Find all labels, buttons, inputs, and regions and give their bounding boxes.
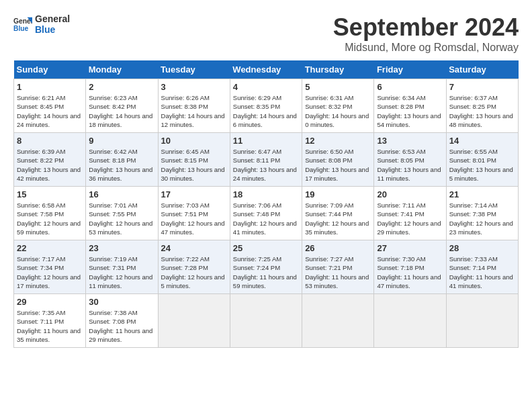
day-number: 14	[449, 136, 515, 146]
day-info: Sunrise: 7:25 AM Sunset: 7:24 PM Dayligh…	[233, 255, 299, 290]
calendar-week-2: 8 Sunrise: 6:39 AM Sunset: 8:22 PM Dayli…	[14, 133, 519, 187]
logo-text-general: General	[35, 13, 70, 24]
calendar-cell: 26 Sunrise: 7:27 AM Sunset: 7:21 PM Dayl…	[302, 240, 374, 294]
day-info: Sunrise: 7:14 AM Sunset: 7:38 PM Dayligh…	[449, 201, 515, 236]
calendar-cell: 25 Sunrise: 7:25 AM Sunset: 7:24 PM Dayl…	[230, 240, 302, 294]
calendar-cell	[374, 294, 446, 348]
day-number: 12	[305, 136, 371, 146]
calendar-table: Sunday Monday Tuesday Wednesday Thursday…	[13, 60, 519, 348]
day-number: 7	[449, 82, 515, 92]
day-number: 11	[233, 136, 299, 146]
day-info: Sunrise: 7:03 AM Sunset: 7:51 PM Dayligh…	[161, 201, 227, 236]
calendar-cell: 18 Sunrise: 7:06 AM Sunset: 7:48 PM Dayl…	[230, 187, 302, 240]
day-number: 25	[233, 243, 299, 253]
day-number: 4	[233, 82, 299, 92]
day-info: Sunrise: 6:42 AM Sunset: 8:18 PM Dayligh…	[89, 147, 154, 183]
day-number: 24	[161, 243, 227, 253]
day-info: Sunrise: 7:01 AM Sunset: 7:55 PM Dayligh…	[89, 201, 154, 236]
calendar-cell: 21 Sunrise: 7:14 AM Sunset: 7:38 PM Dayl…	[446, 187, 518, 240]
day-info: Sunrise: 7:30 AM Sunset: 7:18 PM Dayligh…	[377, 255, 443, 290]
day-info: Sunrise: 6:50 AM Sunset: 8:08 PM Dayligh…	[305, 147, 371, 183]
col-sunday: Sunday	[14, 60, 86, 79]
calendar-cell: 30 Sunrise: 7:38 AM Sunset: 7:08 PM Dayl…	[86, 294, 158, 348]
calendar-cell: 17 Sunrise: 7:03 AM Sunset: 7:51 PM Dayl…	[158, 187, 230, 240]
day-number: 21	[449, 189, 515, 199]
day-info: Sunrise: 6:55 AM Sunset: 8:01 PM Dayligh…	[449, 147, 515, 183]
day-number: 6	[377, 82, 443, 92]
calendar-cell: 3 Sunrise: 6:26 AM Sunset: 8:38 PM Dayli…	[158, 79, 230, 133]
header-row: Sunday Monday Tuesday Wednesday Thursday…	[14, 60, 519, 79]
calendar-cell: 12 Sunrise: 6:50 AM Sunset: 8:08 PM Dayl…	[302, 133, 374, 187]
day-number: 28	[449, 243, 515, 253]
day-number: 15	[17, 189, 83, 199]
logo: General Blue General Blue	[13, 13, 70, 35]
calendar-week-5: 29 Sunrise: 7:35 AM Sunset: 7:11 PM Dayl…	[14, 294, 519, 348]
day-number: 10	[161, 136, 227, 146]
calendar-cell: 27 Sunrise: 7:30 AM Sunset: 7:18 PM Dayl…	[374, 240, 446, 294]
day-info: Sunrise: 7:27 AM Sunset: 7:21 PM Dayligh…	[305, 255, 371, 290]
calendar-cell: 4 Sunrise: 6:29 AM Sunset: 8:35 PM Dayli…	[230, 79, 302, 133]
day-info: Sunrise: 7:19 AM Sunset: 7:31 PM Dayligh…	[89, 255, 154, 290]
calendar-cell	[302, 294, 374, 348]
day-info: Sunrise: 6:39 AM Sunset: 8:22 PM Dayligh…	[17, 147, 83, 183]
col-monday: Monday	[86, 60, 158, 79]
day-info: Sunrise: 7:17 AM Sunset: 7:34 PM Dayligh…	[17, 255, 83, 290]
day-number: 27	[377, 243, 443, 253]
calendar-cell: 15 Sunrise: 6:58 AM Sunset: 7:58 PM Dayl…	[14, 187, 86, 240]
day-info: Sunrise: 6:58 AM Sunset: 7:58 PM Dayligh…	[17, 201, 83, 236]
calendar-cell: 1 Sunrise: 6:21 AM Sunset: 8:45 PM Dayli…	[14, 79, 86, 133]
day-number: 9	[89, 136, 154, 146]
logo-text-blue: Blue	[35, 24, 70, 35]
calendar-cell: 2 Sunrise: 6:23 AM Sunset: 8:42 PM Dayli…	[86, 79, 158, 133]
title-area: September 2024 Midsund, More og Romsdal,…	[333, 13, 519, 54]
day-info: Sunrise: 6:21 AM Sunset: 8:45 PM Dayligh…	[17, 93, 83, 129]
day-number: 18	[233, 189, 299, 199]
day-info: Sunrise: 6:34 AM Sunset: 8:28 PM Dayligh…	[377, 93, 443, 129]
calendar-cell: 23 Sunrise: 7:19 AM Sunset: 7:31 PM Dayl…	[86, 240, 158, 294]
day-info: Sunrise: 6:47 AM Sunset: 8:11 PM Dayligh…	[233, 147, 299, 183]
day-info: Sunrise: 6:37 AM Sunset: 8:25 PM Dayligh…	[449, 93, 515, 129]
calendar-cell: 7 Sunrise: 6:37 AM Sunset: 8:25 PM Dayli…	[446, 79, 518, 133]
col-wednesday: Wednesday	[230, 60, 302, 79]
day-info: Sunrise: 7:06 AM Sunset: 7:48 PM Dayligh…	[233, 201, 299, 236]
calendar-cell: 9 Sunrise: 6:42 AM Sunset: 8:18 PM Dayli…	[86, 133, 158, 187]
day-info: Sunrise: 6:29 AM Sunset: 8:35 PM Dayligh…	[233, 93, 299, 129]
day-info: Sunrise: 7:35 AM Sunset: 7:11 PM Dayligh…	[17, 308, 83, 344]
day-number: 22	[17, 243, 83, 253]
calendar-cell: 16 Sunrise: 7:01 AM Sunset: 7:55 PM Dayl…	[86, 187, 158, 240]
col-saturday: Saturday	[446, 60, 518, 79]
calendar-cell: 20 Sunrise: 7:11 AM Sunset: 7:41 PM Dayl…	[374, 187, 446, 240]
calendar-week-4: 22 Sunrise: 7:17 AM Sunset: 7:34 PM Dayl…	[14, 240, 519, 294]
calendar-cell: 24 Sunrise: 7:22 AM Sunset: 7:28 PM Dayl…	[158, 240, 230, 294]
day-number: 20	[377, 189, 443, 199]
location-title: Midsund, More og Romsdal, Norway	[333, 42, 519, 54]
day-number: 30	[89, 297, 154, 307]
day-number: 13	[377, 136, 443, 146]
svg-text:Blue: Blue	[13, 25, 29, 32]
calendar-cell: 11 Sunrise: 6:47 AM Sunset: 8:11 PM Dayl…	[230, 133, 302, 187]
day-info: Sunrise: 7:22 AM Sunset: 7:28 PM Dayligh…	[161, 255, 227, 290]
col-thursday: Thursday	[302, 60, 374, 79]
day-number: 3	[161, 82, 227, 92]
calendar-cell: 28 Sunrise: 7:33 AM Sunset: 7:14 PM Dayl…	[446, 240, 518, 294]
calendar-cell	[158, 294, 230, 348]
calendar-cell: 8 Sunrise: 6:39 AM Sunset: 8:22 PM Dayli…	[14, 133, 86, 187]
day-number: 26	[305, 243, 371, 253]
calendar-cell	[446, 294, 518, 348]
day-info: Sunrise: 6:45 AM Sunset: 8:15 PM Dayligh…	[161, 147, 227, 183]
day-number: 2	[89, 82, 154, 92]
month-title: September 2024	[333, 13, 519, 42]
day-number: 5	[305, 82, 371, 92]
day-info: Sunrise: 6:23 AM Sunset: 8:42 PM Dayligh…	[89, 93, 154, 129]
calendar-cell: 6 Sunrise: 6:34 AM Sunset: 8:28 PM Dayli…	[374, 79, 446, 133]
calendar-week-1: 1 Sunrise: 6:21 AM Sunset: 8:45 PM Dayli…	[14, 79, 519, 133]
calendar-cell	[230, 294, 302, 348]
day-info: Sunrise: 7:38 AM Sunset: 7:08 PM Dayligh…	[89, 308, 154, 344]
day-info: Sunrise: 7:11 AM Sunset: 7:41 PM Dayligh…	[377, 201, 443, 236]
calendar-cell: 13 Sunrise: 6:53 AM Sunset: 8:05 PM Dayl…	[374, 133, 446, 187]
day-number: 29	[17, 297, 83, 307]
day-number: 17	[161, 189, 227, 199]
day-info: Sunrise: 7:33 AM Sunset: 7:14 PM Dayligh…	[449, 255, 515, 290]
calendar-cell: 14 Sunrise: 6:55 AM Sunset: 8:01 PM Dayl…	[446, 133, 518, 187]
day-number: 23	[89, 243, 154, 253]
